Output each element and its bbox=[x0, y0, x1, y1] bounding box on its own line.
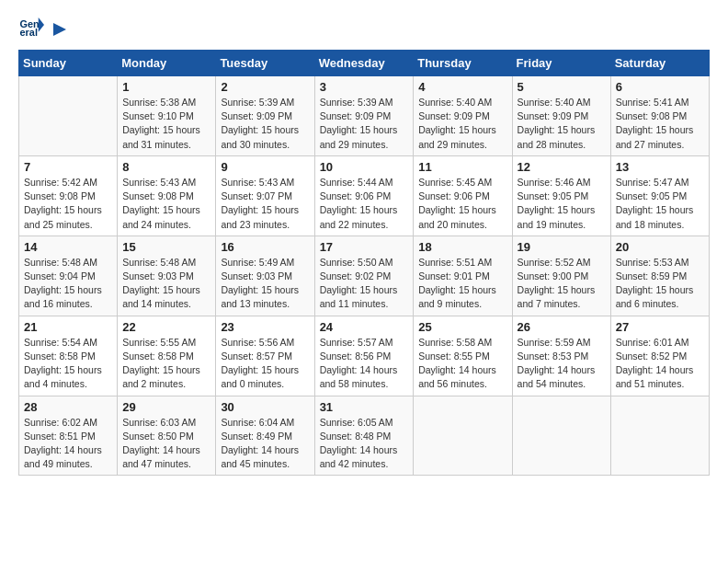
day-number: 8 bbox=[122, 160, 210, 174]
calendar-cell: 30Sunrise: 6:04 AMSunset: 8:49 PMDayligh… bbox=[216, 396, 314, 476]
page-header: Gen eral bbox=[18, 15, 710, 40]
calendar-cell bbox=[610, 396, 709, 476]
calendar-cell: 22Sunrise: 5:55 AMSunset: 8:58 PMDayligh… bbox=[118, 316, 216, 396]
calendar-table: SundayMondayTuesdayWednesdayThursdayFrid… bbox=[18, 50, 710, 476]
calendar-cell: 21Sunrise: 5:54 AMSunset: 8:58 PMDayligh… bbox=[19, 316, 118, 396]
weekday-header-tuesday: Tuesday bbox=[216, 51, 314, 76]
calendar-cell: 3Sunrise: 5:39 AMSunset: 9:09 PMDaylight… bbox=[314, 76, 414, 156]
day-info: Sunrise: 6:05 AMSunset: 8:48 PMDaylight:… bbox=[320, 416, 409, 472]
day-number: 25 bbox=[418, 320, 506, 334]
day-info: Sunrise: 5:52 AMSunset: 9:00 PMDaylight:… bbox=[518, 256, 606, 312]
calendar-cell: 29Sunrise: 6:03 AMSunset: 8:50 PMDayligh… bbox=[118, 396, 216, 476]
day-info: Sunrise: 5:42 AMSunset: 9:08 PMDaylight:… bbox=[24, 176, 112, 232]
day-info: Sunrise: 5:39 AMSunset: 9:09 PMDaylight:… bbox=[320, 96, 409, 152]
day-number: 9 bbox=[221, 160, 309, 174]
calendar-cell: 1Sunrise: 5:38 AMSunset: 9:10 PMDaylight… bbox=[118, 76, 216, 156]
day-number: 13 bbox=[616, 160, 704, 174]
calendar-cell bbox=[414, 396, 512, 476]
calendar-cell: 9Sunrise: 5:43 AMSunset: 9:07 PMDaylight… bbox=[216, 155, 314, 236]
day-info: Sunrise: 5:51 AMSunset: 9:01 PMDaylight:… bbox=[418, 256, 506, 312]
day-number: 27 bbox=[616, 320, 704, 334]
day-info: Sunrise: 5:54 AMSunset: 8:58 PMDaylight:… bbox=[24, 336, 112, 392]
day-info: Sunrise: 5:45 AMSunset: 9:06 PMDaylight:… bbox=[418, 176, 506, 232]
day-info: Sunrise: 5:48 AMSunset: 9:04 PMDaylight:… bbox=[24, 256, 112, 312]
weekday-header-saturday: Saturday bbox=[610, 51, 709, 76]
day-number: 30 bbox=[221, 400, 309, 414]
weekday-header-monday: Monday bbox=[118, 51, 216, 76]
calendar-cell: 28Sunrise: 6:02 AMSunset: 8:51 PMDayligh… bbox=[19, 396, 118, 476]
calendar-week-1: 1Sunrise: 5:38 AMSunset: 9:10 PMDaylight… bbox=[19, 76, 710, 156]
day-info: Sunrise: 5:43 AMSunset: 9:07 PMDaylight:… bbox=[221, 176, 309, 232]
day-number: 12 bbox=[518, 160, 606, 174]
day-number: 11 bbox=[418, 160, 506, 174]
svg-marker-3 bbox=[53, 23, 66, 36]
calendar-cell: 23Sunrise: 5:56 AMSunset: 8:57 PMDayligh… bbox=[216, 316, 314, 396]
day-info: Sunrise: 6:02 AMSunset: 8:51 PMDaylight:… bbox=[24, 416, 112, 472]
calendar-week-4: 21Sunrise: 5:54 AMSunset: 8:58 PMDayligh… bbox=[19, 316, 710, 396]
day-info: Sunrise: 5:39 AMSunset: 9:09 PMDaylight:… bbox=[221, 96, 309, 152]
calendar-week-3: 14Sunrise: 5:48 AMSunset: 9:04 PMDayligh… bbox=[19, 236, 710, 316]
calendar-cell: 12Sunrise: 5:46 AMSunset: 9:05 PMDayligh… bbox=[512, 155, 610, 236]
day-info: Sunrise: 5:43 AMSunset: 9:08 PMDaylight:… bbox=[122, 176, 210, 232]
day-info: Sunrise: 6:04 AMSunset: 8:49 PMDaylight:… bbox=[221, 416, 309, 472]
day-number: 16 bbox=[221, 240, 309, 254]
logo: Gen eral bbox=[18, 15, 66, 40]
calendar-cell: 31Sunrise: 6:05 AMSunset: 8:48 PMDayligh… bbox=[314, 396, 414, 476]
day-number: 31 bbox=[320, 400, 409, 414]
day-info: Sunrise: 5:40 AMSunset: 9:09 PMDaylight:… bbox=[518, 96, 606, 152]
calendar-cell: 26Sunrise: 5:59 AMSunset: 8:53 PMDayligh… bbox=[512, 316, 610, 396]
calendar-cell: 4Sunrise: 5:40 AMSunset: 9:09 PMDaylight… bbox=[414, 76, 512, 156]
day-number: 24 bbox=[320, 320, 409, 334]
day-number: 6 bbox=[616, 80, 704, 94]
day-number: 19 bbox=[518, 240, 606, 254]
weekday-header-sunday: Sunday bbox=[19, 51, 118, 76]
day-number: 17 bbox=[320, 240, 409, 254]
calendar-cell: 17Sunrise: 5:50 AMSunset: 9:02 PMDayligh… bbox=[314, 236, 414, 316]
calendar-cell: 18Sunrise: 5:51 AMSunset: 9:01 PMDayligh… bbox=[414, 236, 512, 316]
day-number: 26 bbox=[518, 320, 606, 334]
day-info: Sunrise: 5:44 AMSunset: 9:06 PMDaylight:… bbox=[320, 176, 409, 232]
day-number: 1 bbox=[122, 80, 210, 94]
day-number: 5 bbox=[518, 80, 606, 94]
day-number: 2 bbox=[221, 80, 309, 94]
day-info: Sunrise: 5:49 AMSunset: 9:03 PMDaylight:… bbox=[221, 256, 309, 312]
svg-text:eral: eral bbox=[20, 27, 38, 38]
day-number: 29 bbox=[122, 400, 210, 414]
calendar-cell: 27Sunrise: 6:01 AMSunset: 8:52 PMDayligh… bbox=[610, 316, 709, 396]
day-info: Sunrise: 5:59 AMSunset: 8:53 PMDaylight:… bbox=[518, 336, 606, 392]
svg-marker-2 bbox=[39, 17, 44, 32]
day-number: 14 bbox=[24, 240, 112, 254]
day-number: 23 bbox=[221, 320, 309, 334]
calendar-cell: 13Sunrise: 5:47 AMSunset: 9:05 PMDayligh… bbox=[610, 155, 709, 236]
calendar-cell: 15Sunrise: 5:48 AMSunset: 9:03 PMDayligh… bbox=[118, 236, 216, 316]
day-info: Sunrise: 6:01 AMSunset: 8:52 PMDaylight:… bbox=[616, 336, 704, 392]
day-number: 7 bbox=[24, 160, 112, 174]
day-info: Sunrise: 5:56 AMSunset: 8:57 PMDaylight:… bbox=[221, 336, 309, 392]
calendar-cell: 2Sunrise: 5:39 AMSunset: 9:09 PMDaylight… bbox=[216, 76, 314, 156]
day-number: 10 bbox=[320, 160, 409, 174]
day-number: 4 bbox=[418, 80, 506, 94]
calendar-cell bbox=[19, 76, 118, 156]
day-info: Sunrise: 5:53 AMSunset: 8:59 PMDaylight:… bbox=[616, 256, 704, 312]
weekday-header-friday: Friday bbox=[512, 51, 610, 76]
calendar-week-5: 28Sunrise: 6:02 AMSunset: 8:51 PMDayligh… bbox=[19, 396, 710, 476]
day-info: Sunrise: 5:41 AMSunset: 9:08 PMDaylight:… bbox=[616, 96, 704, 152]
calendar-cell: 14Sunrise: 5:48 AMSunset: 9:04 PMDayligh… bbox=[19, 236, 118, 316]
day-info: Sunrise: 5:47 AMSunset: 9:05 PMDaylight:… bbox=[616, 176, 704, 232]
weekday-header-thursday: Thursday bbox=[414, 51, 512, 76]
calendar-cell bbox=[512, 396, 610, 476]
weekday-header-wednesday: Wednesday bbox=[314, 51, 414, 76]
calendar-cell: 11Sunrise: 5:45 AMSunset: 9:06 PMDayligh… bbox=[414, 155, 512, 236]
calendar-cell: 6Sunrise: 5:41 AMSunset: 9:08 PMDaylight… bbox=[610, 76, 709, 156]
day-info: Sunrise: 6:03 AMSunset: 8:50 PMDaylight:… bbox=[122, 416, 210, 472]
day-info: Sunrise: 5:50 AMSunset: 9:02 PMDaylight:… bbox=[320, 256, 409, 312]
day-info: Sunrise: 5:38 AMSunset: 9:10 PMDaylight:… bbox=[122, 96, 210, 152]
day-number: 28 bbox=[24, 400, 112, 414]
calendar-cell: 7Sunrise: 5:42 AMSunset: 9:08 PMDaylight… bbox=[19, 155, 118, 236]
calendar-cell: 8Sunrise: 5:43 AMSunset: 9:08 PMDaylight… bbox=[118, 155, 216, 236]
day-info: Sunrise: 5:40 AMSunset: 9:09 PMDaylight:… bbox=[418, 96, 506, 152]
calendar-cell: 5Sunrise: 5:40 AMSunset: 9:09 PMDaylight… bbox=[512, 76, 610, 156]
calendar-cell: 24Sunrise: 5:57 AMSunset: 8:56 PMDayligh… bbox=[314, 316, 414, 396]
day-info: Sunrise: 5:48 AMSunset: 9:03 PMDaylight:… bbox=[122, 256, 210, 312]
day-number: 20 bbox=[616, 240, 704, 254]
